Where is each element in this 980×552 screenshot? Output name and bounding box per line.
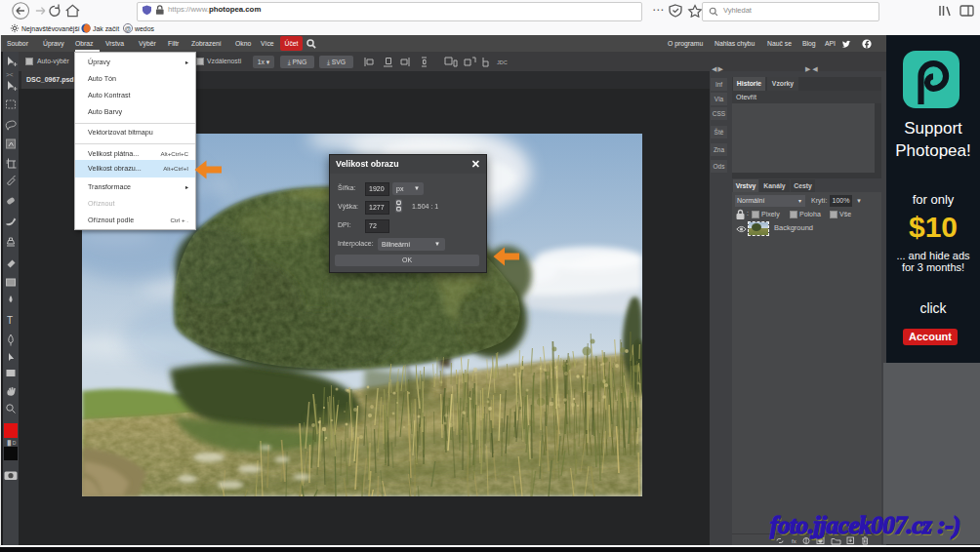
- svg-text:JDC: JDC: [497, 59, 508, 65]
- svg-text:@: @: [125, 25, 132, 32]
- svg-text:T: T: [7, 315, 13, 326]
- svg-text:><: ><: [6, 71, 14, 78]
